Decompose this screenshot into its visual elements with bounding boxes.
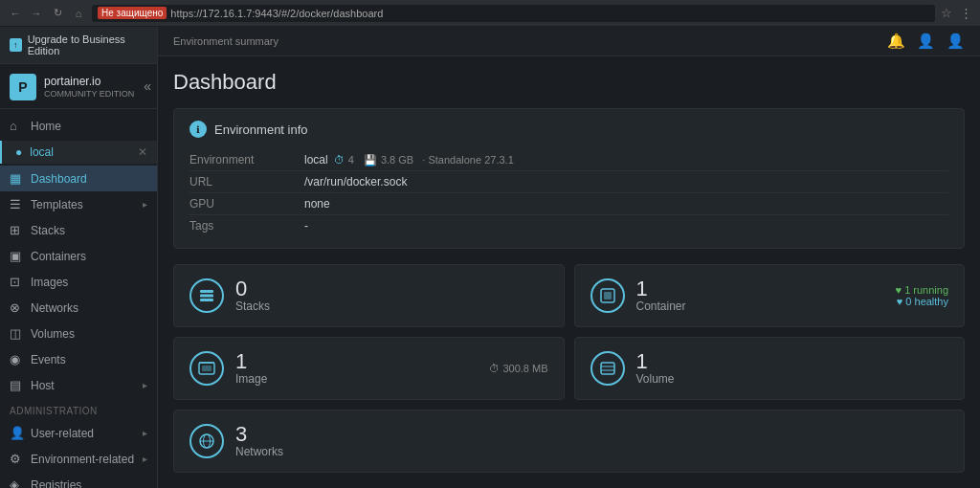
images-stat-number: 1 xyxy=(235,351,267,372)
sidebar-item-home-label: Home xyxy=(31,120,147,133)
networks-stat-card[interactable]: 3 Networks xyxy=(173,410,965,473)
templates-arrow-icon: ▸ xyxy=(143,199,147,210)
main-content: Dashboard ℹ Environment info Environment… xyxy=(158,56,980,488)
sidebar-item-images[interactable]: ⊡ Images xyxy=(0,269,157,295)
svg-rect-4 xyxy=(604,292,612,299)
app-container: ↑ Upgrade to Business Edition P portaine… xyxy=(0,27,980,488)
containers-stat-icon xyxy=(590,278,625,313)
env-label: local xyxy=(30,145,54,159)
sidebar-item-registries[interactable]: ◈ Registries xyxy=(0,472,157,488)
bookmark-icon[interactable]: ☆ xyxy=(941,6,952,20)
sidebar-item-networks[interactable]: ⊗ Networks xyxy=(0,295,157,321)
upgrade-button[interactable]: ↑ Upgrade to Business Edition xyxy=(0,27,157,64)
stacks-stat-label: Stacks xyxy=(235,299,270,313)
user-related-arrow-icon: ▸ xyxy=(143,428,147,438)
volumes-stat-content: 1 Volume xyxy=(636,351,675,386)
sidebar-item-host-label: Host xyxy=(31,379,135,392)
main-area: Environment summary 🔔 👤 👤 Dashboard ℹ En… xyxy=(158,27,980,488)
volumes-icon: ◫ xyxy=(10,326,23,341)
stacks-icon: ⊞ xyxy=(10,223,23,237)
stats-row-2: 1 Image ⏱ 300.8 MB xyxy=(173,337,965,400)
url-bar[interactable]: Не защищено https://172.16.1.7:9443/#/2/… xyxy=(92,5,935,22)
bell-icon[interactable]: 🔔 xyxy=(887,33,905,50)
containers-healthy-badge: ♥ 0 healthy xyxy=(896,296,948,307)
page-title: Dashboard xyxy=(173,70,965,95)
url-label-key: URL xyxy=(189,175,304,189)
stats-row-3: 3 Networks xyxy=(173,410,965,473)
info-row-environment: Environment local ⏱ 4 💾 3.8 GB · Standal… xyxy=(189,149,948,171)
sidebar-item-events-label: Events xyxy=(31,353,147,366)
sidebar-logo: P portainer.io COMMUNITY EDITION « xyxy=(0,64,157,109)
svg-rect-0 xyxy=(200,290,213,293)
sidebar-item-templates[interactable]: ☰ Templates ▸ xyxy=(0,191,157,217)
host-icon: ▤ xyxy=(10,378,23,392)
templates-icon: ☰ xyxy=(10,197,23,211)
networks-icon: ⊗ xyxy=(10,300,23,315)
sidebar: ↑ Upgrade to Business Edition P portaine… xyxy=(0,27,158,488)
upgrade-icon: ↑ xyxy=(10,38,22,52)
sidebar-item-user-related[interactable]: 👤 User-related ▸ xyxy=(0,420,157,446)
images-stat-label: Image xyxy=(235,372,267,386)
environment-related-icon: ⚙ xyxy=(10,452,23,466)
sidebar-item-home[interactable]: ⌂ Home xyxy=(0,113,157,139)
gpu-label-key: GPU xyxy=(189,197,304,211)
portainer-logo-icon: P xyxy=(10,74,36,100)
env-dot-icon: ● xyxy=(15,145,22,159)
sidebar-item-containers[interactable]: ▣ Containers xyxy=(0,243,157,269)
env-info-icon: ℹ xyxy=(189,121,207,138)
user-settings-icon[interactable]: 👤 xyxy=(917,33,935,50)
networks-stat-content: 3 Networks xyxy=(235,424,283,458)
images-stat-card[interactable]: 1 Image ⏱ 300.8 MB xyxy=(173,337,565,400)
sidebar-item-dashboard[interactable]: ▦ Dashboard xyxy=(0,166,157,191)
back-button[interactable]: ← xyxy=(8,6,23,21)
sidebar-item-stacks[interactable]: ⊞ Stacks xyxy=(0,217,157,243)
networks-stat-icon xyxy=(189,424,224,458)
extensions-icon[interactable]: ⋮ xyxy=(960,6,972,20)
tags-label-key: Tags xyxy=(189,219,304,233)
svg-rect-8 xyxy=(601,363,614,374)
admin-section-label: Administration xyxy=(0,398,157,420)
sidebar-collapse-button[interactable]: « xyxy=(144,78,151,94)
env-close-button[interactable]: ✕ xyxy=(138,145,147,159)
sidebar-item-dashboard-label: Dashboard xyxy=(31,172,147,186)
containers-stat-card[interactable]: 1 Container ♥ 1 running ♥ 0 healthy xyxy=(574,264,966,327)
environment-related-arrow-icon: ▸ xyxy=(143,454,147,464)
home-button[interactable]: ⌂ xyxy=(71,6,86,21)
info-row-url: URL /var/run/docker.sock xyxy=(189,171,948,193)
stacks-stat-icon xyxy=(189,278,224,313)
sidebar-item-environment-related[interactable]: ⚙ Environment-related ▸ xyxy=(0,446,157,472)
sidebar-nav: ⌂ Home ● local ✕ ▦ Dashboard ☰ Templates… xyxy=(0,109,157,488)
volumes-stat-label: Volume xyxy=(636,372,675,386)
images-stat-content: 1 Image xyxy=(235,351,267,386)
tags-label-value: - xyxy=(304,219,308,233)
sidebar-item-local[interactable]: ● local ✕ xyxy=(0,141,157,164)
reload-button[interactable]: ↻ xyxy=(50,6,65,21)
env-info-title-text: Environment info xyxy=(214,122,308,137)
containers-stat-meta: ♥ 1 running ♥ 0 healthy xyxy=(896,284,948,307)
sidebar-item-host[interactable]: ▤ Host ▸ xyxy=(0,372,157,398)
sidebar-item-templates-label: Templates xyxy=(31,198,135,211)
dashboard-icon: ▦ xyxy=(10,171,23,186)
breadcrumb: Environment summary xyxy=(173,35,278,47)
sidebar-item-containers-label: Containers xyxy=(31,250,147,263)
stats-row-1: 0 Stacks 1 Container xyxy=(173,264,965,327)
avatar-icon[interactable]: 👤 xyxy=(947,33,965,50)
containers-stat-label: Container xyxy=(636,299,686,313)
info-row-tags: Tags - xyxy=(189,215,948,236)
registries-icon: ◈ xyxy=(10,477,23,488)
volumes-stat-card[interactable]: 1 Volume xyxy=(574,337,966,400)
svg-rect-6 xyxy=(202,366,212,371)
images-stat-meta: ⏱ 300.8 MB xyxy=(489,363,547,374)
stacks-stat-card[interactable]: 0 Stacks xyxy=(173,264,565,327)
networks-stat-label: Networks xyxy=(235,445,283,458)
networks-stat-number: 3 xyxy=(235,424,283,445)
sidebar-item-networks-label: Networks xyxy=(31,301,147,315)
sidebar-item-volumes[interactable]: ◫ Volumes xyxy=(0,321,157,346)
environment-info-card: ℹ Environment info Environment local ⏱ 4… xyxy=(173,108,965,249)
sidebar-item-registries-label: Registries xyxy=(31,478,147,489)
sidebar-item-images-label: Images xyxy=(31,276,147,289)
forward-button[interactable]: → xyxy=(29,6,44,21)
env-label-key: Environment xyxy=(189,153,304,166)
svg-rect-2 xyxy=(200,299,213,301)
sidebar-item-events[interactable]: ◉ Events xyxy=(0,346,157,372)
